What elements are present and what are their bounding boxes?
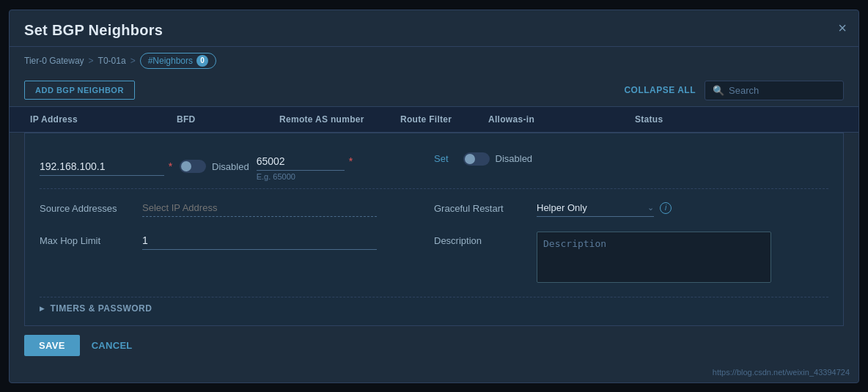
timers-label: TIMERS & PASSWORD [51, 303, 152, 314]
remote-required-star: * [349, 155, 353, 167]
modal-container: Set BGP Neighbors × Tier-0 Gateway > T0-… [9, 10, 859, 383]
max-hop-control [142, 232, 412, 250]
breadcrumb-count: 0 [196, 55, 208, 67]
ip-address-input[interactable] [40, 158, 164, 176]
allowas-toggle-wrap: Disabled [463, 152, 533, 166]
add-bgp-neighbor-button[interactable]: ADD BGP NEIGHBOR [24, 81, 135, 100]
col-bfd: BFD [171, 107, 273, 132]
max-hop-input[interactable] [142, 232, 377, 250]
description-row: Description [434, 232, 828, 285]
col-route-filter: Route Filter [394, 107, 482, 132]
graceful-restart-select[interactable]: Helper Only ⌄ [537, 199, 654, 217]
left-fields: Source Addresses Max Hop Limit [40, 199, 434, 285]
allowas-label: Disabled [496, 153, 533, 164]
info-icon[interactable]: i [660, 202, 672, 214]
watermark: https://blog.csdn.net/weixin_43394724 [713, 368, 850, 377]
save-button[interactable]: SAVE [24, 335, 80, 356]
bfd-label: Disabled [212, 161, 249, 172]
breadcrumb: Tier-0 Gateway > T0-01a > #Neighbors 0 [10, 47, 858, 75]
graceful-restart-label: Graceful Restart [434, 199, 529, 214]
right-fields: Graceful Restart Helper Only ⌄ i Descrip… [434, 199, 828, 285]
cancel-button[interactable]: CANCEL [92, 340, 133, 351]
route-filter-link[interactable]: Set [434, 153, 449, 164]
remote-as-col: * E.g. 65000 [257, 152, 353, 181]
remote-hint: E.g. 65000 [257, 172, 353, 181]
allowas-toggle[interactable] [463, 152, 490, 166]
bfd-toggle[interactable] [180, 160, 206, 173]
graceful-restart-control: Helper Only ⌄ i [537, 199, 828, 217]
breadcrumb-separator2: > [130, 56, 136, 66]
max-hop-label: Max Hop Limit [40, 232, 135, 246]
timers-password-row[interactable]: ▸ TIMERS & PASSWORD [40, 297, 828, 314]
modal-overlay: Set BGP Neighbors × Tier-0 Gateway > T0-… [0, 0, 868, 392]
chevron-right-icon: ▸ [40, 303, 45, 314]
toolbar-right: COLLAPSE ALL 🔍 [624, 81, 844, 100]
toolbar: ADD BGP NEIGHBOR COLLAPSE ALL 🔍 [10, 75, 858, 106]
form-top-left: * Disabled * [40, 152, 434, 181]
ip-required-star: * [169, 160, 172, 172]
source-control [142, 199, 412, 217]
form-section: * Disabled * [24, 133, 844, 326]
breadcrumb-separator: > [89, 56, 94, 66]
remote-as-input[interactable] [257, 152, 345, 171]
source-select-input[interactable] [142, 199, 377, 217]
breadcrumb-link[interactable]: T0-01a [98, 56, 126, 66]
col-allowas-in: Allowas-in [482, 107, 629, 132]
graceful-restart-value: Helper Only [537, 202, 641, 213]
form-top-right: Set Disabled [434, 152, 828, 166]
chevron-down-icon: ⌄ [647, 203, 654, 212]
collapse-all-button[interactable]: COLLAPSE ALL [624, 85, 696, 95]
modal-header: Set BGP Neighbors × [10, 10, 858, 47]
description-label: Description [434, 232, 529, 246]
col-ip-address: IP Address [24, 107, 171, 132]
search-box: 🔍 [705, 81, 844, 100]
description-control [537, 232, 828, 285]
breadcrumb-pill[interactable]: #Neighbors 0 [140, 53, 216, 69]
description-textarea[interactable] [537, 232, 771, 283]
bfd-slider [180, 160, 206, 173]
search-icon: 🔍 [713, 85, 724, 96]
col-remote-as: Remote AS number [273, 107, 394, 132]
search-input[interactable] [729, 85, 836, 96]
footer-buttons: SAVE CANCEL [10, 326, 858, 365]
form-row-2: Source Addresses Max Hop Limit [40, 199, 828, 285]
breadcrumb-pill-label: #Neighbors [148, 56, 193, 66]
col-status: Status [629, 107, 844, 132]
graceful-restart-row: Graceful Restart Helper Only ⌄ i [434, 199, 828, 217]
source-label: Source Addresses [40, 199, 135, 214]
max-hop-row: Max Hop Limit [40, 232, 412, 250]
form-row-top: * Disabled * [40, 145, 828, 189]
breadcrumb-tier[interactable]: Tier-0 Gateway [24, 56, 84, 66]
table-header: IP Address BFD Remote AS number Route Fi… [10, 106, 858, 133]
ip-address-wrap: * [40, 158, 172, 176]
modal-title: Set BGP Neighbors [24, 22, 163, 39]
bfd-toggle-wrap: Disabled [180, 160, 249, 173]
source-addresses-row: Source Addresses [40, 199, 412, 217]
allowas-slider [463, 152, 490, 166]
close-button[interactable]: × [838, 21, 847, 35]
